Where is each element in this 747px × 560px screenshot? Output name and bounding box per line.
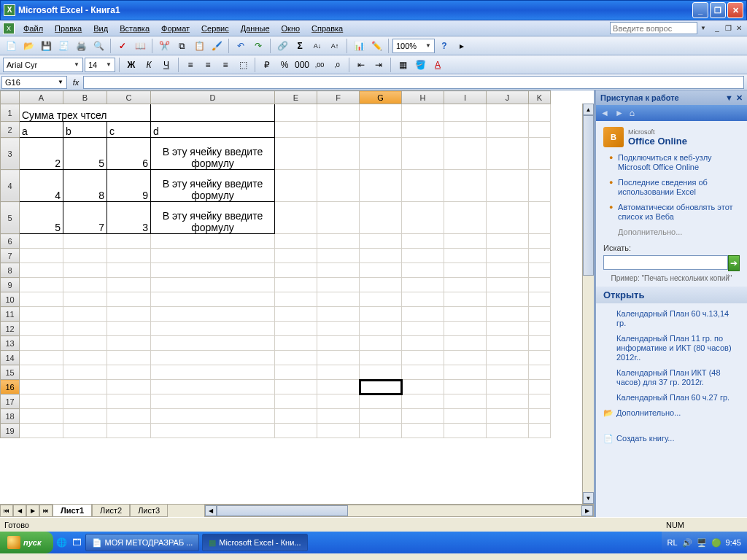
align-right-icon[interactable]: ≡ bbox=[217, 57, 233, 73]
cell-A14[interactable] bbox=[20, 351, 63, 365]
start-button[interactable]: пуск bbox=[0, 532, 53, 553]
menu-help[interactable]: Справка bbox=[306, 23, 349, 34]
cell-D10[interactable] bbox=[151, 292, 275, 307]
cell-H18[interactable] bbox=[402, 409, 444, 424]
tab-next-icon[interactable]: ▶ bbox=[26, 505, 39, 517]
cell-D17[interactable] bbox=[151, 394, 275, 409]
link-latest[interactable]: Последние сведения об использовании Exce… bbox=[609, 178, 740, 197]
maximize-button[interactable]: ❐ bbox=[710, 2, 726, 18]
cell-F16[interactable] bbox=[317, 380, 360, 394]
cell-I10[interactable] bbox=[444, 292, 487, 307]
cell-E7[interactable] bbox=[275, 249, 317, 263]
doc-close-button[interactable]: ✕ bbox=[734, 23, 744, 34]
cell-K15[interactable] bbox=[529, 365, 551, 380]
cell-B15[interactable] bbox=[63, 365, 107, 380]
quicklaunch-ie-icon[interactable]: 🌐 bbox=[56, 537, 68, 548]
vertical-scrollbar[interactable]: ▲▼ bbox=[582, 104, 594, 504]
tray-icon-1[interactable]: 🔊 bbox=[682, 538, 692, 548]
cell-I11[interactable] bbox=[444, 307, 487, 322]
menu-tools[interactable]: Сервис bbox=[196, 23, 235, 34]
cell-B19[interactable] bbox=[63, 424, 107, 438]
row-header-9[interactable]: 9 bbox=[1, 278, 20, 292]
cell-K11[interactable] bbox=[529, 307, 551, 322]
sheet-tab-3[interactable]: Лист3 bbox=[130, 505, 168, 517]
cell-A8[interactable] bbox=[20, 263, 63, 278]
font-name-dropdown[interactable]: Arial Cyr▼ bbox=[3, 58, 83, 72]
cell-B16[interactable] bbox=[63, 380, 107, 394]
cell-H13[interactable] bbox=[402, 336, 444, 351]
row-header-15[interactable]: 15 bbox=[1, 365, 20, 380]
cell-F18[interactable] bbox=[317, 409, 360, 424]
col-header-J[interactable]: J bbox=[487, 91, 529, 104]
cell-B9[interactable] bbox=[63, 278, 107, 292]
cell-G8[interactable] bbox=[360, 263, 402, 278]
row-header-7[interactable]: 7 bbox=[1, 249, 20, 263]
cell-E18[interactable] bbox=[275, 409, 317, 424]
cell-I2[interactable] bbox=[444, 122, 487, 138]
cell-G18[interactable] bbox=[360, 409, 402, 424]
cell-C12[interactable] bbox=[107, 322, 151, 336]
search-go-button[interactable]: ➔ bbox=[728, 255, 740, 271]
cell-I8[interactable] bbox=[444, 263, 487, 278]
cell-J12[interactable] bbox=[487, 322, 529, 336]
doc-minimize-button[interactable]: _ bbox=[712, 23, 722, 34]
underline-icon[interactable]: Ч bbox=[158, 57, 174, 73]
col-header-B[interactable]: B bbox=[63, 91, 107, 104]
recent-file-1[interactable]: Календарный План 60 ч.13,14 гр. bbox=[603, 308, 740, 332]
cell-F15[interactable] bbox=[317, 365, 360, 380]
cell-K5[interactable] bbox=[529, 202, 551, 234]
cell-I5[interactable] bbox=[444, 202, 487, 234]
taskbar-app-2[interactable]: ▦Microsoft Excel - Кни... bbox=[202, 534, 307, 551]
cell-J19[interactable] bbox=[487, 424, 529, 438]
cell-D4[interactable]: В эту ячейку введите формулу bbox=[151, 170, 275, 202]
cell-E13[interactable] bbox=[275, 336, 317, 351]
taskpane-search-input[interactable] bbox=[603, 255, 728, 270]
cell-E11[interactable] bbox=[275, 307, 317, 322]
cell-H4[interactable] bbox=[402, 170, 444, 202]
cell-F11[interactable] bbox=[317, 307, 360, 322]
cell-G4[interactable] bbox=[360, 170, 402, 202]
cell-G17[interactable] bbox=[360, 394, 402, 409]
cell-B10[interactable] bbox=[63, 292, 107, 307]
cell-J1[interactable] bbox=[487, 104, 529, 122]
cell-G12[interactable] bbox=[360, 322, 402, 336]
cell-C3[interactable]: 6 bbox=[107, 138, 151, 170]
help-icon[interactable]: ? bbox=[436, 38, 452, 54]
cell-D18[interactable] bbox=[151, 409, 275, 424]
cell-K18[interactable] bbox=[529, 409, 551, 424]
cell-J9[interactable] bbox=[487, 278, 529, 292]
row-header-14[interactable]: 14 bbox=[1, 351, 20, 365]
cell-G1[interactable] bbox=[360, 104, 402, 122]
clock[interactable]: 9:45 bbox=[726, 538, 741, 547]
cell-E1[interactable] bbox=[275, 104, 317, 122]
cell-K12[interactable] bbox=[529, 322, 551, 336]
cell-B11[interactable] bbox=[63, 307, 107, 322]
bold-icon[interactable]: Ж bbox=[123, 57, 139, 73]
nav-fwd-icon[interactable]: ► bbox=[615, 108, 624, 118]
col-header-H[interactable]: H bbox=[402, 91, 444, 104]
cell-J3[interactable] bbox=[487, 138, 529, 170]
cell-H5[interactable] bbox=[402, 202, 444, 234]
cell-E3[interactable] bbox=[275, 138, 317, 170]
print-icon[interactable]: 🖨️ bbox=[73, 38, 89, 54]
menu-view[interactable]: Вид bbox=[88, 23, 114, 34]
new-icon[interactable]: 📄 bbox=[3, 38, 19, 54]
cell-J15[interactable] bbox=[487, 365, 529, 380]
drawing-icon[interactable]: ✏️ bbox=[368, 38, 384, 54]
cell-E15[interactable] bbox=[275, 365, 317, 380]
cell-I18[interactable] bbox=[444, 409, 487, 424]
cell-G16[interactable] bbox=[360, 380, 402, 394]
row-header-11[interactable]: 11 bbox=[1, 307, 20, 322]
cell-I9[interactable] bbox=[444, 278, 487, 292]
cell-B2[interactable]: b bbox=[63, 122, 107, 138]
link-connect[interactable]: Подключиться к веб-узлу Microsoft Office… bbox=[609, 153, 740, 172]
cell-J17[interactable] bbox=[487, 394, 529, 409]
menu-insert[interactable]: Вставка bbox=[114, 23, 155, 34]
cell-F8[interactable] bbox=[317, 263, 360, 278]
cell-K19[interactable] bbox=[529, 424, 551, 438]
cell-C17[interactable] bbox=[107, 394, 151, 409]
redo-icon[interactable]: ↷ bbox=[250, 38, 266, 54]
cell-C7[interactable] bbox=[107, 249, 151, 263]
cell-C2[interactable]: c bbox=[107, 122, 151, 138]
cell-F7[interactable] bbox=[317, 249, 360, 263]
